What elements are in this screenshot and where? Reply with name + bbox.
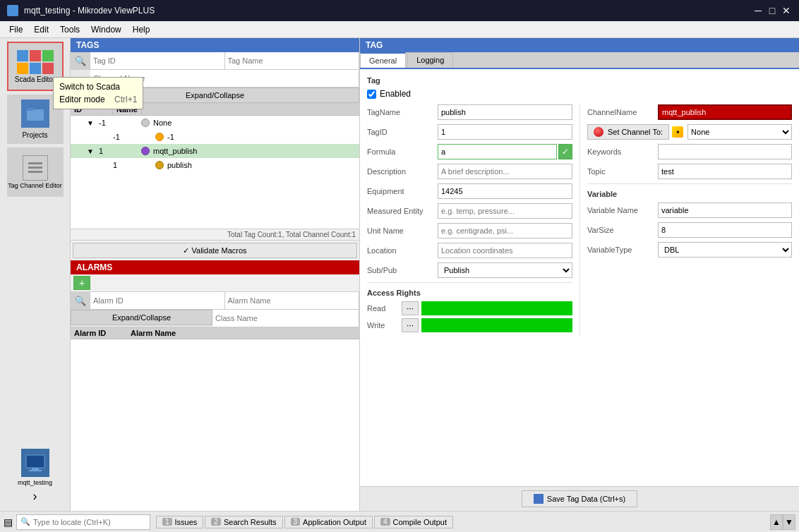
location-row: Location: [367, 243, 572, 258]
status-tab-issues[interactable]: 1 Issues: [156, 516, 203, 528]
menu-window[interactable]: Window: [85, 23, 127, 36]
alarm-class-input[interactable]: [212, 310, 359, 327]
menu-edit[interactable]: Edit: [28, 23, 54, 36]
status-arrow-down[interactable]: ▼: [783, 514, 795, 530]
tag-channel-label: Tag Channel Editor: [8, 182, 62, 189]
status-tab-1-label: Issues: [175, 518, 198, 526]
alarm-add-btn[interactable]: +: [73, 276, 90, 290]
channel-select[interactable]: None: [687, 124, 792, 140]
status-terminal-icon[interactable]: ▤: [4, 516, 13, 528]
measured-entity-label: Measured Entity: [367, 207, 438, 215]
tree-row-publish[interactable]: 1 publish: [71, 158, 359, 172]
channel-name-input[interactable]: [658, 104, 792, 120]
keywords-input[interactable]: [658, 144, 792, 159]
svg-rect-0: [27, 109, 44, 121]
svg-rect-1: [27, 108, 34, 111]
tree-toggle-mqtt[interactable]: ▼: [85, 145, 96, 157]
topic-input[interactable]: [658, 164, 792, 179]
tree-row-mqtt-publish[interactable]: ▼ 1 mqtt_publish: [71, 144, 359, 158]
tag-name-search-input[interactable]: [225, 52, 360, 69]
tag-channel-icon: [23, 155, 48, 181]
app-icon: [7, 5, 18, 16]
tag-section-header: TAG: [360, 38, 799, 52]
menu-bar: File Edit Tools Window Help: [0, 21, 799, 38]
alarm-search-icon-box[interactable]: 🔍: [71, 292, 90, 309]
tag-name-input[interactable]: [438, 104, 572, 120]
equipment-row: Equipment: [367, 183, 572, 199]
var-name-input[interactable]: [658, 202, 792, 218]
alarm-search-row: 🔍: [71, 292, 359, 310]
sub-pub-row: Sub/Pub Publish Subscribe None: [367, 262, 572, 278]
form-left-col: TagName TagID Formula: [367, 104, 579, 335]
validate-macros-btn[interactable]: ✓ Validate Macros: [73, 243, 357, 258]
location-input[interactable]: [438, 243, 572, 258]
alarm-name-input[interactable]: [225, 292, 360, 309]
validate-row: ✓ Validate Macros: [71, 240, 359, 260]
set-channel-btn[interactable]: Set Channel To:: [587, 124, 669, 140]
tooltip-switch[interactable]: Switch to Scada: [59, 80, 137, 93]
var-type-select[interactable]: DBL INT BOOL STR: [658, 242, 792, 258]
var-type-label: VariableType: [587, 246, 658, 254]
read-dots-btn[interactable]: ···: [402, 301, 419, 315]
tags-search-icon-box[interactable]: 🔍: [71, 52, 90, 69]
unit-name-input[interactable]: [438, 223, 572, 238]
tab-logging[interactable]: Logging: [407, 52, 453, 68]
sidebar-expand-btn[interactable]: ›: [33, 489, 37, 504]
equipment-input[interactable]: [438, 183, 572, 199]
sub-pub-select[interactable]: Publish Subscribe None: [438, 262, 572, 278]
set-channel-icon: [594, 127, 603, 137]
access-rights-section: Access Rights Read ··· Write ···: [367, 282, 572, 332]
tags-tree: ▼ -1 None -1 -1: [71, 116, 359, 229]
var-size-row: VarSize: [587, 222, 792, 238]
var-size-input[interactable]: [658, 222, 792, 238]
write-dots-btn[interactable]: ···: [402, 318, 419, 332]
alarm-id-input[interactable]: [90, 292, 225, 309]
tree-id-1b: 1: [112, 161, 154, 169]
menu-file[interactable]: File: [4, 23, 28, 36]
alarm-expand-collapse-btn[interactable]: Expand/Collapse: [71, 310, 212, 325]
status-search-glass: 🔍: [20, 517, 30, 526]
status-search-box: 🔍: [16, 514, 150, 530]
sidebar-project-item[interactable]: mqtt_testing: [18, 449, 52, 486]
tag-id-search-input[interactable]: [90, 52, 225, 69]
formula-row: Formula ✓: [367, 144, 572, 159]
enabled-row: Enabled: [367, 89, 792, 99]
tooltip-editor-mode[interactable]: Editor mode Ctrl+1: [59, 93, 137, 106]
sub-pub-label: Sub/Pub: [367, 266, 438, 274]
tree-row-none-child[interactable]: -1 -1: [71, 130, 359, 144]
save-tag-data-btn[interactable]: Save Tag Data (Ctrl+s): [522, 490, 637, 507]
menu-help[interactable]: Help: [127, 23, 156, 36]
tag-channel-editor-icon[interactable]: Tag Channel Editor: [7, 147, 64, 197]
maximize-button[interactable]: □: [767, 5, 778, 16]
write-bar: [421, 318, 572, 332]
tree-toggle-none[interactable]: ▼: [85, 117, 96, 128]
tab-general[interactable]: General: [360, 52, 406, 68]
menu-tools[interactable]: Tools: [54, 23, 85, 36]
var-size-label: VarSize: [587, 226, 658, 234]
status-search-input[interactable]: [33, 518, 146, 526]
close-button[interactable]: ✕: [781, 5, 792, 16]
enabled-checkbox[interactable]: [367, 90, 376, 99]
description-input[interactable]: [438, 164, 572, 179]
read-bar: [421, 301, 572, 315]
scada-tooltip: Switch to Scada Editor mode Ctrl+1: [53, 77, 143, 109]
formula-input[interactable]: [438, 144, 557, 159]
sidebar-bottom: mqtt_testing ›: [18, 449, 52, 511]
status-tab-app-output[interactable]: 3 Application Output: [284, 516, 373, 528]
measured-entity-row: Measured Entity: [367, 203, 572, 219]
read-label: Read: [367, 304, 399, 313]
tree-name-mqtt-publish: mqtt_publish: [153, 147, 197, 155]
alarm-search-icon: 🔍: [75, 296, 86, 306]
save-icon: [534, 494, 543, 504]
status-tab-compile[interactable]: 4 Compile Output: [374, 516, 453, 528]
tag-id-input[interactable]: [438, 124, 572, 140]
minimize-button[interactable]: ─: [752, 5, 764, 16]
project-name: mqtt_testing: [18, 479, 52, 486]
measured-entity-input[interactable]: [438, 203, 572, 219]
window-title: mqtt_testing - Mikrodev ViewPLUS: [24, 6, 155, 16]
form-grid: TagName TagID Formula: [367, 104, 792, 335]
status-tab-search-results[interactable]: 2 Search Results: [205, 516, 282, 528]
tree-row-none-group[interactable]: ▼ -1 None: [71, 116, 359, 130]
status-arrow-up[interactable]: ▲: [770, 514, 783, 530]
channel-icon: ✦: [672, 126, 683, 138]
